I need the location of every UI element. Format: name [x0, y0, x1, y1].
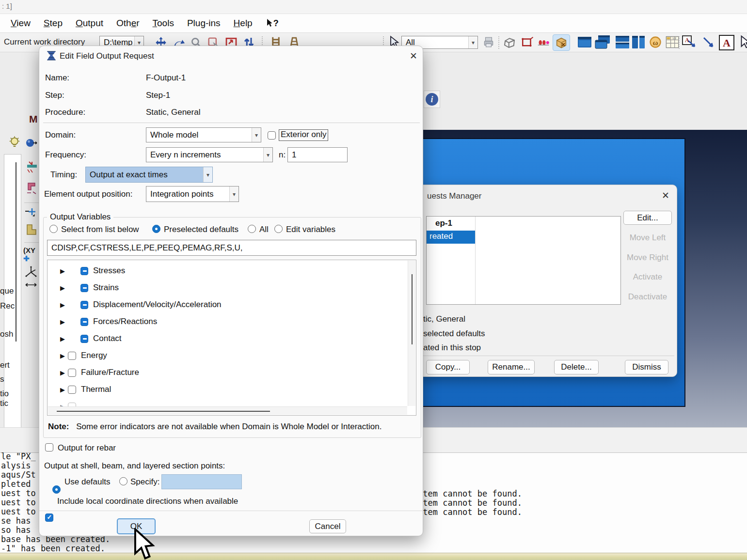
horizontal-scrollbar[interactable] — [48, 406, 407, 415]
frequency-combo[interactable]: Every n increments ▾ — [146, 147, 273, 162]
manager-selected-row[interactable]: reated — [427, 231, 475, 244]
radio-select-from-list-below[interactable] — [49, 225, 58, 233]
manager-dismiss-button[interactable]: Dismiss — [625, 360, 668, 374]
printer-icon[interactable] — [482, 36, 495, 48]
radio-label: All — [259, 225, 269, 234]
chevron-down-icon[interactable]: ▾ — [263, 148, 272, 162]
tree-row[interactable]: ▶Thermal — [48, 382, 401, 397]
manager-rename-button[interactable]: Rename... — [488, 360, 535, 374]
chevron-down-icon[interactable]: ▾ — [252, 128, 261, 142]
console-line: stem cannot be found. — [418, 489, 522, 498]
arrows-tool-icon[interactable] — [24, 281, 38, 289]
manager-copy-button[interactable]: Copy... — [426, 360, 470, 374]
close-icon[interactable]: ✕ — [407, 49, 420, 62]
side-panel-fragment: que — [0, 286, 14, 296]
expander-triangle-icon[interactable]: ▶ — [60, 369, 68, 376]
arrow-annotation-icon[interactable] — [701, 35, 716, 50]
output-for-rebar-label: Output for rebar — [58, 443, 116, 453]
viewport-cascade-icon[interactable] — [594, 34, 611, 50]
manager-info-lines: tic, Generalselected defaultsated in thi… — [423, 312, 485, 355]
menu-item-other[interactable]: Other — [116, 18, 140, 29]
xy-tool-icon[interactable]: (XY✚ — [23, 246, 35, 263]
menu-item-step[interactable]: Step — [44, 18, 63, 29]
n-input[interactable]: 1 — [287, 147, 348, 162]
menu-item-view[interactable]: View — [11, 18, 31, 29]
tree-row[interactable]: ▶Energy — [48, 348, 401, 363]
tree-checkbox[interactable] — [80, 267, 88, 275]
partition-tool-icon[interactable] — [25, 222, 38, 236]
expander-triangle-icon[interactable]: ▶ — [60, 284, 68, 292]
axes-tool-icon[interactable] — [24, 265, 38, 280]
close-icon[interactable]: ✕ — [659, 189, 672, 202]
timing-combo[interactable]: Output at exact times ▾ — [85, 167, 213, 183]
manager-edit-button[interactable]: Edit... — [623, 211, 672, 225]
expander-triangle-icon[interactable]: ▶ — [60, 352, 68, 359]
expander-triangle-icon[interactable]: ▶ — [60, 335, 68, 342]
annotate-arrow-icon[interactable]: A — [682, 35, 698, 50]
menu-item-plug-ins[interactable]: Plug-ins — [187, 18, 221, 29]
cancel-button[interactable]: Cancel — [309, 519, 346, 533]
lightbulb-icon[interactable] — [8, 136, 21, 150]
chevron-down-icon[interactable]: ▾ — [229, 187, 238, 202]
exterior-only-label[interactable]: Exterior only — [279, 129, 328, 141]
table-icon[interactable]: 1 2 — [665, 35, 680, 49]
datum-points-icon[interactable] — [536, 35, 551, 50]
manager-delete-button[interactable]: Delete... — [554, 360, 599, 374]
specify-input[interactable] — [161, 474, 242, 489]
expander-triangle-icon[interactable]: ▶ — [60, 301, 68, 309]
render-omega-icon[interactable]: ω — [649, 35, 662, 49]
menu-item-help[interactable]: Help — [234, 18, 253, 29]
context-help-icon[interactable]: ? — [266, 18, 279, 29]
tree-row[interactable]: ▶Strains — [48, 280, 401, 295]
expander-triangle-icon[interactable]: ▶ — [60, 386, 68, 393]
tree-checkbox[interactable] — [80, 318, 88, 326]
tree-scrollbar[interactable] — [16, 162, 16, 342]
tree-checkbox[interactable] — [80, 284, 88, 292]
datum-csys-icon[interactable] — [24, 205, 38, 219]
tree-row[interactable]: ▶Displacement/Velocity/Acceleration — [48, 297, 401, 312]
tree-checkbox[interactable] — [68, 352, 76, 360]
expander-triangle-icon[interactable]: ▶ — [60, 267, 68, 275]
info-button[interactable]: i — [424, 91, 440, 108]
radio-preselected-defaults[interactable] — [152, 225, 160, 233]
expander-triangle-icon[interactable]: ▶ — [60, 318, 68, 326]
tree-row[interactable]: ▶Forces/Reactions — [48, 314, 401, 329]
menu-item-output[interactable]: Output — [76, 18, 103, 29]
menu-item-tools[interactable]: Tools — [153, 18, 174, 29]
specify-label: Specify: — [130, 477, 159, 487]
bc-tool-icon[interactable] — [25, 160, 38, 174]
pointer-icon[interactable] — [739, 35, 747, 49]
wireframe-box-icon[interactable] — [502, 35, 517, 50]
tree-checkbox[interactable] — [80, 335, 88, 343]
material-cube-icon[interactable] — [553, 34, 570, 51]
element-output-position-combo[interactable]: Integration points ▾ — [146, 186, 239, 202]
viewport-vsplit-icon[interactable] — [631, 35, 646, 49]
output-variables-list[interactable]: ▶Stresses▶Strains▶Displacement/Velocity/… — [47, 260, 416, 416]
specify-radio[interactable] — [119, 477, 127, 485]
sphere-tool-icon[interactable] — [25, 138, 38, 148]
tree-checkbox[interactable] — [68, 386, 76, 394]
tree-row[interactable]: ▶Contact — [48, 331, 401, 346]
include-local-checkbox[interactable] — [45, 513, 53, 522]
viewport-hsplit-icon[interactable] — [615, 35, 630, 49]
manager-list[interactable]: ep-1 reated — [426, 216, 621, 305]
viewport-single-icon[interactable] — [577, 35, 592, 49]
chevron-down-icon[interactable]: ▾ — [468, 36, 477, 48]
sketch-rect-icon[interactable] — [520, 35, 534, 50]
radio-edit-variables[interactable] — [274, 225, 283, 233]
chevron-down-icon[interactable]: ▾ — [203, 167, 212, 182]
tree-row[interactable]: ▶Failure/Fracture — [48, 365, 401, 380]
exterior-only-checkbox[interactable] — [268, 131, 276, 140]
manager-column-header[interactable]: ep-1 — [435, 218, 452, 228]
tree-checkbox[interactable] — [80, 301, 88, 309]
output-for-rebar-checkbox[interactable] — [45, 443, 53, 451]
domain-combo[interactable]: Whole model ▾ — [146, 127, 261, 142]
text-annotation-icon[interactable]: A — [718, 34, 735, 51]
tree-row[interactable]: ▶Stresses — [48, 264, 401, 278]
radio-all[interactable] — [248, 225, 256, 233]
variables-input[interactable]: CDISP,CF,CSTRESS,LE,PE,PEEQ,PEMAG,RF,S,U… — [47, 240, 416, 256]
use-defaults-radio[interactable] — [52, 485, 61, 494]
tree-checkbox[interactable] — [68, 369, 76, 377]
vertical-scrollbar[interactable] — [408, 261, 415, 406]
load-tool-icon[interactable] — [25, 180, 38, 195]
